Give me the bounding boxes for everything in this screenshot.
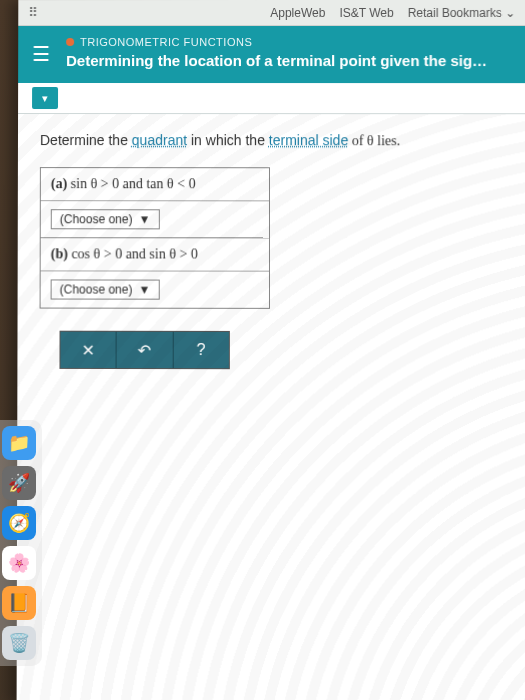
dock-books-icon[interactable]: 📙 bbox=[2, 586, 36, 620]
bookmark-istweb[interactable]: IS&T Web bbox=[339, 5, 393, 19]
part-a-select[interactable]: (Choose one) ▼ bbox=[51, 209, 160, 229]
part-b-select[interactable]: (Choose one) ▼ bbox=[51, 279, 160, 299]
bookmark-appleweb[interactable]: AppleWeb bbox=[270, 5, 325, 19]
part-b-expression: cos θ > 0 and sin θ > 0 bbox=[71, 246, 198, 261]
help-button[interactable]: ? bbox=[173, 332, 229, 368]
part-a-label: (a) bbox=[51, 176, 67, 191]
bookmark-retail-label: Retail Bookmarks bbox=[408, 5, 502, 19]
part-b-select-label: (Choose one) bbox=[60, 282, 133, 296]
lesson-banner: ☰ TRIGONOMETRIC FUNCTIONS Determining th… bbox=[18, 26, 525, 83]
dock-trash-icon[interactable]: 🗑️ bbox=[2, 626, 36, 660]
answer-box: (a) sin θ > 0 and tan θ < 0 (Choose one)… bbox=[40, 167, 270, 309]
prompt-text: Determine the bbox=[40, 132, 132, 148]
bullet-icon bbox=[66, 38, 74, 46]
question-prompt: Determine the quadrant in which the term… bbox=[40, 132, 504, 149]
dock-finder-icon[interactable]: 📁 bbox=[2, 426, 36, 460]
bookmark-retail[interactable]: Retail Bookmarks ⌄ bbox=[408, 5, 516, 19]
flag-button[interactable]: ▾ bbox=[32, 87, 58, 109]
part-a-expr: (a) sin θ > 0 and tan θ < 0 bbox=[41, 168, 269, 201]
part-a-select-label: (Choose one) bbox=[60, 212, 133, 226]
question-content: Determine the quadrant in which the term… bbox=[17, 114, 525, 700]
apps-grid-icon[interactable]: ⠿ bbox=[28, 5, 38, 20]
lesson-title: Determining the location of a terminal p… bbox=[66, 52, 511, 69]
action-buttons: ✕ ↶ ? bbox=[59, 331, 229, 369]
mac-dock: 📁 🚀 🧭 🌸 📙 🗑️ bbox=[0, 420, 42, 666]
link-quadrant[interactable]: quadrant bbox=[132, 132, 187, 148]
breadcrumb-label: TRIGONOMETRIC FUNCTIONS bbox=[80, 36, 252, 48]
prompt-text: in which the bbox=[187, 132, 269, 148]
clear-button[interactable]: ✕ bbox=[60, 332, 116, 368]
dock-photos-icon[interactable]: 🌸 bbox=[2, 546, 36, 580]
browser-window: ⠿ AppleWeb IS&T Web Retail Bookmarks ⌄ ☰… bbox=[17, 0, 525, 700]
browser-toolbar: ⠿ AppleWeb IS&T Web Retail Bookmarks ⌄ bbox=[18, 0, 525, 26]
chevron-down-icon: ⌄ bbox=[505, 5, 515, 19]
chevron-down-icon: ▼ bbox=[139, 212, 151, 226]
breadcrumb: TRIGONOMETRIC FUNCTIONS bbox=[66, 36, 511, 48]
dock-launchpad-icon[interactable]: 🚀 bbox=[2, 466, 36, 500]
part-b-select-cell: (Choose one) ▼ bbox=[41, 271, 269, 307]
chevron-down-icon: ▼ bbox=[138, 283, 150, 297]
subtoolbar: ▾ bbox=[18, 83, 525, 114]
link-terminal-side[interactable]: terminal side bbox=[269, 132, 349, 148]
dock-safari-icon[interactable]: 🧭 bbox=[2, 506, 36, 540]
part-a-expression: sin θ > 0 and tan θ < 0 bbox=[71, 176, 196, 191]
undo-button[interactable]: ↶ bbox=[117, 332, 173, 368]
part-b-expr: (b) cos θ > 0 and sin θ > 0 bbox=[41, 238, 269, 271]
prompt-text: of θ lies. bbox=[348, 133, 400, 148]
part-b-label: (b) bbox=[51, 246, 68, 261]
part-a-select-cell: (Choose one) ▼ bbox=[41, 201, 269, 238]
menu-icon[interactable]: ☰ bbox=[32, 44, 50, 64]
